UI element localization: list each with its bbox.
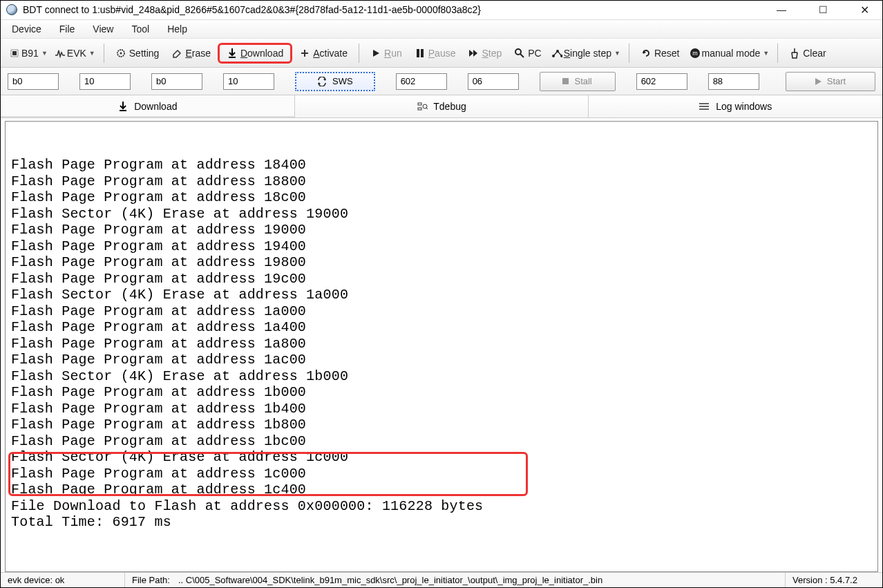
log-line: Flash Page Program at address 1ac00: [11, 352, 872, 368]
log-line: Flash Page Program at address 19000: [11, 222, 872, 238]
separator: [359, 44, 359, 63]
menu-view[interactable]: View: [88, 22, 117, 36]
tab-tdebug[interactable]: Tdebug: [295, 95, 589, 117]
erase-icon: [171, 48, 182, 59]
erase-label: Erase: [185, 48, 211, 59]
params-row: SWS Stall Start: [1, 68, 882, 95]
debug-icon: [417, 101, 428, 112]
chip-label: B91: [21, 48, 39, 59]
param-field-8[interactable]: [708, 73, 759, 90]
status-version: Version : 5.4.7.2: [786, 573, 882, 587]
tab-logwindows[interactable]: Log windows: [589, 95, 882, 117]
tab-logwindows-label: Log windows: [716, 101, 772, 112]
svg-line-10: [520, 54, 524, 57]
singlestep-dropdown[interactable]: Single step ▼: [549, 45, 623, 61]
stop-icon: [562, 78, 569, 84]
minimize-button[interactable]: —: [769, 3, 794, 17]
mode-dropdown[interactable]: m manual mode ▼: [687, 45, 772, 61]
caret-icon: ▼: [614, 50, 620, 57]
log-line: Flash Page Program at address 18400: [11, 157, 872, 173]
mode-label: manual mode: [702, 48, 761, 59]
log-text[interactable]: Flash Page Program at address 18400Flash…: [6, 122, 877, 571]
stall-label: Stall: [574, 76, 591, 86]
param-field-3[interactable]: [151, 73, 202, 90]
step-button[interactable]: Step: [462, 45, 507, 61]
search-icon: [514, 48, 525, 59]
clear-label: Clear: [803, 48, 826, 59]
tab-download-label: Download: [134, 101, 177, 112]
start-button[interactable]: Start: [786, 72, 875, 91]
param-field-5[interactable]: [396, 73, 447, 90]
download-annotation: Download: [218, 43, 292, 64]
menu-file[interactable]: File: [55, 22, 79, 36]
maximize-button[interactable]: ☐: [810, 3, 835, 17]
menu-device[interactable]: Device: [8, 22, 46, 36]
param-field-4[interactable]: [223, 73, 274, 90]
clear-button[interactable]: Clear: [784, 45, 831, 61]
titlebar: BDT connect to 1:usb#vid_248a&pid_8266#5…: [1, 1, 882, 20]
pulse-icon: [55, 48, 66, 59]
param-field-7[interactable]: [636, 73, 687, 90]
reset-button[interactable]: Reset: [635, 45, 685, 61]
svg-rect-6: [421, 49, 424, 57]
log-line: Total Time: 6917 ms: [11, 514, 872, 531]
tab-download[interactable]: Download: [1, 95, 295, 117]
pause-button[interactable]: Pause: [409, 45, 462, 61]
log-line: Flash Page Program at address 18800: [11, 173, 872, 190]
status-device: evk device: ok: [1, 573, 125, 587]
log-line: Flash Page Program at address 18c00: [11, 189, 872, 206]
log-line: Flash Page Program at address 1b400: [11, 401, 872, 417]
log-scroll[interactable]: Flash Page Program at address 18400Flash…: [6, 122, 877, 571]
menu-tool[interactable]: Tool: [127, 22, 153, 36]
log-line: Flash Sector (4K) Erase at address 1a000: [11, 287, 872, 303]
window-controls: — ☐ ✕: [769, 3, 877, 17]
board-dropdown[interactable]: EVK ▼: [52, 45, 98, 61]
log-panel: Flash Page Program at address 18400Flash…: [5, 121, 878, 572]
tab-tdebug-label: Tdebug: [433, 101, 466, 112]
gear-icon: [115, 48, 126, 59]
pause-label: Pause: [428, 48, 456, 59]
separator: [104, 44, 104, 63]
log-line: File Download to Flash at address 0x0000…: [11, 498, 872, 515]
param-field-2[interactable]: [79, 73, 131, 90]
trace-icon: [551, 48, 562, 59]
reset-icon: [640, 48, 652, 59]
play-icon: [370, 48, 381, 59]
svg-point-28: [699, 108, 701, 110]
caret-icon: ▼: [41, 50, 48, 57]
svg-point-3: [120, 52, 122, 54]
chip-dropdown[interactable]: B91 ▼: [6, 45, 50, 61]
start-label: Start: [827, 76, 846, 86]
close-button[interactable]: ✕: [852, 3, 877, 17]
menu-help[interactable]: Help: [163, 22, 191, 36]
param-field-1[interactable]: [8, 73, 59, 90]
chip-icon: [9, 48, 20, 59]
log-line: Flash Page Program at address 1c400: [11, 482, 872, 498]
status-filepath: File Path: .. C\005_Software\004_SDK\tel…: [125, 573, 786, 587]
stall-button[interactable]: Stall: [540, 72, 616, 91]
toolbar: B91 ▼ EVK ▼ Setting Erase Download Activ…: [1, 39, 882, 68]
run-button[interactable]: Run: [365, 45, 408, 61]
app-icon: [6, 4, 17, 15]
step-icon: [468, 48, 479, 59]
svg-rect-1: [12, 51, 17, 55]
setting-button[interactable]: Setting: [110, 45, 165, 61]
erase-button[interactable]: Erase: [166, 45, 216, 61]
run-label: Run: [384, 48, 402, 59]
download-button[interactable]: Download: [221, 45, 289, 61]
sws-button[interactable]: SWS: [295, 72, 375, 91]
download-icon: [117, 101, 129, 112]
pc-button[interactable]: PC: [509, 45, 547, 61]
sws-label: SWS: [332, 76, 353, 86]
tabs: Download Tdebug Log windows: [1, 95, 882, 118]
window-title: BDT connect to 1:usb#vid_248a&pid_8266#5…: [23, 4, 769, 15]
activate-label: Activate: [313, 48, 348, 59]
svg-point-27: [699, 106, 701, 107]
log-line: Flash Page Program at address 1a000: [11, 303, 872, 320]
param-field-6[interactable]: [468, 73, 519, 90]
mode-icon: m: [690, 48, 701, 59]
svg-marker-8: [473, 50, 477, 57]
download-icon: [227, 48, 238, 59]
filepath-label: File Path:: [132, 575, 170, 585]
activate-button[interactable]: Activate: [294, 45, 353, 61]
